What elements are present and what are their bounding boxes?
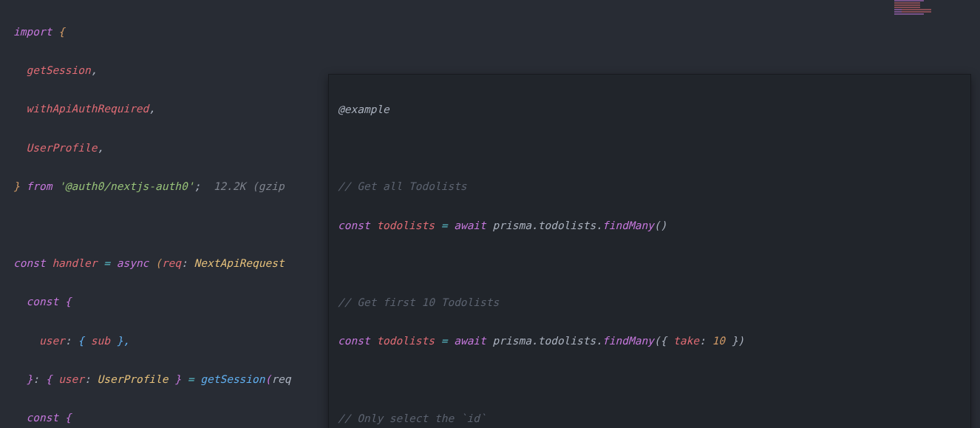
object: prisma bbox=[493, 220, 531, 231]
method: findMany bbox=[602, 220, 654, 231]
number: 10 bbox=[712, 335, 724, 347]
minimap-line bbox=[894, 4, 920, 6]
minimap-line bbox=[894, 2, 920, 4]
comment: // Only select the `id` bbox=[338, 412, 486, 424]
documentation-tooltip: @example // Get all Todolists const todo… bbox=[328, 74, 971, 428]
comma: , bbox=[91, 64, 98, 76]
variable: handler bbox=[52, 257, 97, 269]
keyword-const: const bbox=[13, 412, 65, 424]
colon: : bbox=[33, 373, 45, 385]
property: user bbox=[58, 373, 84, 385]
dot: . bbox=[596, 335, 602, 347]
import-item: UserProfile bbox=[13, 142, 98, 154]
colon: : bbox=[181, 257, 194, 269]
property: todolists bbox=[538, 220, 596, 231]
operator: = bbox=[435, 335, 454, 347]
import-item: withApiAuthRequired bbox=[13, 103, 149, 115]
keyword-const: const bbox=[338, 220, 376, 231]
minimap-line bbox=[894, 13, 924, 15]
brace: { bbox=[65, 296, 72, 308]
comment: // Get first 10 Todolists bbox=[338, 296, 499, 308]
keyword-import: import bbox=[13, 26, 52, 38]
method: findMany bbox=[602, 335, 654, 347]
variable: sub bbox=[91, 335, 110, 347]
dot: . bbox=[531, 335, 538, 347]
brace: { bbox=[78, 335, 90, 347]
dot: . bbox=[596, 220, 602, 231]
brace: } bbox=[13, 180, 20, 192]
paren-close: }) bbox=[725, 335, 744, 347]
paren-open: ({ bbox=[654, 335, 673, 347]
operator: = bbox=[98, 257, 117, 269]
keyword-const: const bbox=[13, 296, 65, 308]
paren: ( bbox=[265, 373, 272, 385]
minimap-line bbox=[894, 0, 924, 1]
type: UserProfile bbox=[98, 373, 169, 385]
import-item: getSession bbox=[13, 64, 91, 76]
brace: } bbox=[13, 373, 33, 385]
comma: , bbox=[98, 142, 104, 154]
keyword-from: from bbox=[20, 180, 58, 192]
operator: = bbox=[435, 220, 454, 231]
function-call: getSession bbox=[200, 373, 265, 385]
operator: = bbox=[181, 373, 200, 385]
minimap-line bbox=[894, 11, 931, 13]
variable: todolists bbox=[376, 220, 435, 231]
punct: ; bbox=[194, 180, 213, 192]
colon: : bbox=[65, 335, 78, 347]
keyword-await: await bbox=[454, 335, 492, 347]
type: NextApiRequest bbox=[194, 257, 285, 269]
object: prisma bbox=[493, 335, 531, 347]
paren: ( bbox=[155, 257, 162, 269]
parens: () bbox=[654, 220, 667, 231]
package-string: '@auth0/nextjs-auth0' bbox=[58, 180, 194, 192]
minimap-line bbox=[894, 9, 931, 10]
size-hint: 12.2K (gzip bbox=[214, 180, 285, 192]
keyword-const: const bbox=[13, 257, 52, 269]
colon: : bbox=[699, 335, 712, 347]
keyword-await: await bbox=[454, 220, 492, 231]
brace: { bbox=[52, 26, 64, 38]
brace: { bbox=[46, 373, 58, 385]
brace-close: }, bbox=[110, 335, 129, 347]
comma: , bbox=[149, 103, 155, 115]
jsdoc-tag: @example bbox=[338, 103, 389, 115]
variable: todolists bbox=[376, 335, 435, 347]
comment: // Get all Todolists bbox=[338, 180, 467, 192]
property: todolists bbox=[538, 335, 596, 347]
property: user bbox=[13, 335, 65, 347]
brace: { bbox=[65, 412, 72, 424]
parameter: req bbox=[162, 257, 181, 269]
brace: } bbox=[169, 373, 181, 385]
keyword-async: async bbox=[117, 257, 155, 269]
argument: req bbox=[271, 373, 290, 385]
colon: : bbox=[84, 373, 97, 385]
keyword-const: const bbox=[338, 335, 376, 347]
minimap-line bbox=[894, 7, 920, 8]
dot: . bbox=[531, 220, 538, 231]
property: take bbox=[673, 335, 699, 347]
